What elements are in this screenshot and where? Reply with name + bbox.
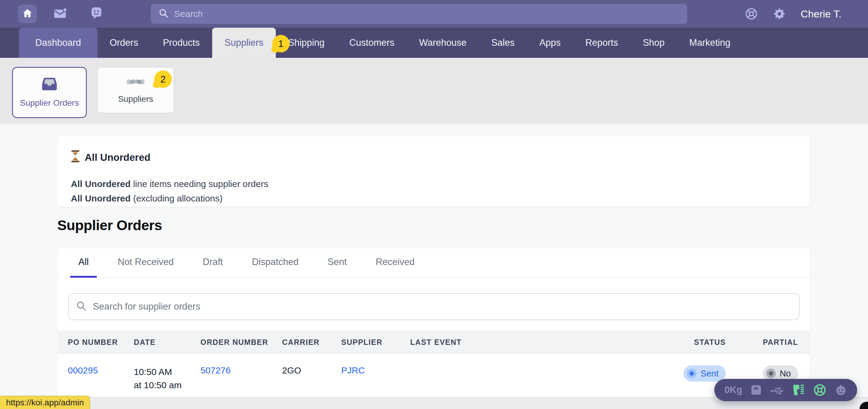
partial-badge-label: No bbox=[780, 369, 791, 379]
weight-readout: 0Kg bbox=[724, 385, 742, 396]
chat-button[interactable] bbox=[90, 7, 102, 21]
help-lifebuoy-button[interactable] bbox=[745, 7, 758, 21]
topbar-right: Cherie T. bbox=[745, 0, 868, 28]
description-line: All Unordered (excluding allocations) bbox=[71, 191, 797, 206]
col-date: DATE bbox=[134, 338, 200, 347]
module-card-suppliers[interactable]: Suppliers 2 bbox=[97, 67, 174, 113]
nav-item-orders[interactable]: Orders bbox=[97, 28, 151, 58]
status-badge: Sent bbox=[684, 365, 726, 382]
nav-item-dashboard[interactable]: Dashboard bbox=[19, 28, 97, 58]
barcode-scanner-icon bbox=[792, 383, 805, 397]
col-status: STATUS bbox=[650, 338, 726, 347]
settings-button[interactable] bbox=[773, 7, 786, 20]
home-button[interactable] bbox=[18, 4, 37, 23]
col-carrier: CARRIER bbox=[282, 338, 341, 347]
tab-sent[interactable]: Sent bbox=[319, 248, 355, 278]
bot-icon bbox=[835, 384, 847, 396]
nav-item-suppliers[interactable]: Suppliers 1 bbox=[212, 28, 276, 58]
col-supplier: SUPPLIER bbox=[341, 338, 410, 347]
po-number-link[interactable]: 000295 bbox=[68, 365, 98, 375]
usb-icon bbox=[770, 385, 784, 395]
supplier-orders-search bbox=[68, 293, 800, 320]
nav-item-marketing[interactable]: Marketing bbox=[677, 28, 743, 58]
date-cell: 10:50 AM at 10:50 am bbox=[134, 365, 200, 392]
suppliers-subnav: Supplier Orders Suppliers 2 bbox=[0, 58, 868, 124]
suppliers-module-badge: 2 bbox=[154, 70, 172, 88]
description-line-rest: (excluding allocations) bbox=[130, 193, 222, 203]
main-content: All Unordered All Unordered line items n… bbox=[0, 124, 868, 409]
lifebuoy-icon bbox=[745, 7, 758, 21]
status-badge-label: Sent bbox=[701, 369, 718, 379]
col-order-number: ORDER NUMBER bbox=[200, 338, 282, 347]
table-header: PO NUMBER DATE ORDER NUMBER CARRIER SUPP… bbox=[58, 331, 810, 354]
tab-received[interactable]: Received bbox=[368, 248, 423, 278]
search-icon bbox=[158, 8, 169, 20]
nav-item-reports[interactable]: Reports bbox=[573, 28, 630, 58]
nav-item-customers[interactable]: Customers bbox=[337, 28, 407, 58]
all-unordered-card: All Unordered All Unordered line items n… bbox=[57, 136, 810, 207]
tab-draft[interactable]: Draft bbox=[195, 248, 231, 278]
bot-button[interactable] bbox=[835, 384, 847, 396]
suppliers-count-badge: 1 bbox=[272, 35, 290, 53]
date-line-2: at 10:50 am bbox=[134, 379, 200, 392]
usb-button[interactable] bbox=[770, 385, 784, 395]
mail-button[interactable] bbox=[54, 7, 67, 20]
home-icon bbox=[22, 8, 33, 20]
hourglass-icon bbox=[71, 150, 80, 165]
device-toolbar: 0Kg bbox=[714, 379, 857, 401]
col-po-number: PO NUMBER bbox=[68, 338, 134, 347]
global-search bbox=[151, 4, 687, 24]
link-url-tooltip: https://koi.app/admin bbox=[0, 396, 90, 409]
partial-dot-icon bbox=[766, 369, 776, 378]
user-name[interactable]: Cherie T. bbox=[801, 8, 841, 20]
gear-icon bbox=[773, 7, 786, 20]
col-partial: PARTIAL bbox=[726, 338, 798, 347]
col-last-event: LAST EVENT bbox=[410, 338, 650, 347]
status-dot-icon bbox=[687, 369, 696, 378]
main-nav: Dashboard Orders Products Suppliers 1 Sh… bbox=[0, 28, 868, 58]
handshake-icon bbox=[127, 76, 144, 88]
scale-icon bbox=[750, 384, 762, 396]
supplier-orders-panel: All Not Received Draft Dispatched Sent R… bbox=[57, 247, 810, 397]
barcode-scanner-button[interactable] bbox=[792, 383, 805, 397]
support-lifebuoy-button[interactable] bbox=[813, 383, 827, 397]
lifebuoy-icon bbox=[813, 383, 827, 397]
supplier-link[interactable]: PJRC bbox=[341, 365, 365, 375]
description-line-bold: All Unordered bbox=[71, 193, 130, 203]
date-line-1: 10:50 AM bbox=[134, 365, 200, 379]
tab-not-received[interactable]: Not Received bbox=[110, 248, 182, 278]
page-title: Supplier Orders bbox=[57, 217, 162, 233]
description-line-bold: All Unordered bbox=[71, 179, 130, 189]
nav-item-shop[interactable]: Shop bbox=[630, 28, 677, 58]
module-card-label: Supplier Orders bbox=[20, 98, 79, 108]
module-card-supplier-orders[interactable]: Supplier Orders bbox=[12, 67, 87, 118]
chat-smiley-icon bbox=[90, 7, 102, 21]
status-cell: Sent bbox=[650, 365, 726, 382]
scale-button[interactable] bbox=[750, 384, 762, 396]
all-unordered-title: All Unordered bbox=[71, 150, 797, 165]
description-line: All Unordered line items needing supplie… bbox=[71, 177, 797, 191]
mail-icon bbox=[54, 7, 67, 20]
carrier-cell: 2GO bbox=[282, 365, 341, 376]
all-unordered-title-text: All Unordered bbox=[85, 152, 150, 163]
module-card-label: Suppliers bbox=[118, 94, 153, 104]
table-row: 000295 10:50 AM at 10:50 am 507276 2GO P… bbox=[58, 354, 810, 392]
nav-item-apps[interactable]: Apps bbox=[527, 28, 573, 58]
inbox-icon bbox=[41, 77, 58, 92]
tab-all[interactable]: All bbox=[70, 248, 97, 278]
tab-dispatched[interactable]: Dispatched bbox=[244, 248, 307, 278]
status-filter-tabs: All Not Received Draft Dispatched Sent R… bbox=[58, 248, 810, 278]
nav-item-sales[interactable]: Sales bbox=[479, 28, 527, 58]
topbar: Cherie T. bbox=[0, 0, 868, 28]
supplier-orders-search-input[interactable] bbox=[93, 301, 792, 312]
global-search-input[interactable] bbox=[174, 9, 679, 19]
search-icon bbox=[76, 301, 87, 313]
nav-item-warehouse[interactable]: Warehouse bbox=[407, 28, 479, 58]
order-number-link[interactable]: 507276 bbox=[200, 365, 230, 375]
nav-item-suppliers-label: Suppliers bbox=[224, 37, 264, 48]
nav-item-products[interactable]: Products bbox=[150, 28, 212, 58]
all-unordered-description: All Unordered line items needing supplie… bbox=[71, 177, 797, 206]
description-line-rest: line items needing supplier orders bbox=[130, 179, 268, 189]
